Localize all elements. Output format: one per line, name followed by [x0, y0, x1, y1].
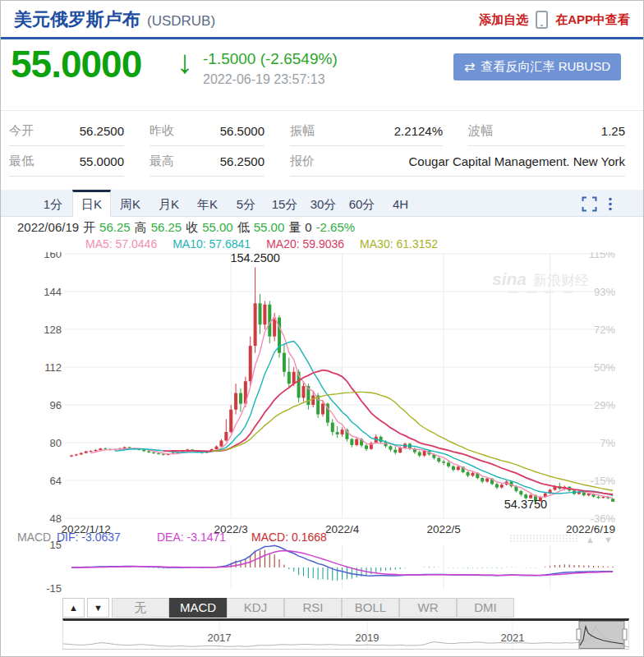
symbol-code: (USDRUB)	[147, 13, 215, 30]
stat-振幅: 振幅2.2124%	[290, 116, 443, 146]
macd-tick: -15	[46, 582, 62, 595]
period-tab-日K[interactable]: 日K	[72, 190, 111, 217]
ma-value: MA5: 57.0446	[85, 237, 157, 250]
stat-label: 报价	[290, 154, 315, 169]
trough-annotation: 54.3750	[504, 498, 547, 511]
navigator-right-handle[interactable]	[623, 629, 627, 640]
ohlc-part: 2022/06/19	[17, 220, 79, 234]
indicator-tab-DMI[interactable]: DMI	[457, 598, 514, 618]
stat-label: 最低	[9, 154, 34, 169]
ohlc-part: 55.00	[202, 220, 233, 234]
down-arrow-icon: ↓	[177, 45, 193, 78]
macd-scroll-up-icon[interactable]: ▲	[586, 535, 595, 544]
indicator-tab-BOLL[interactable]: BOLL	[342, 598, 399, 618]
current-price: 55.0000	[11, 42, 141, 86]
menu-dots-icon[interactable]	[607, 196, 614, 212]
candlestick-chart[interactable]: 160115%14493%12872%11250%9629%807%64-15%…	[1, 252, 644, 536]
navigator-year-label: 2021	[501, 632, 525, 644]
quote-timestamp: 2022-06-19 23:57:13	[203, 72, 325, 87]
stat-value: Cougar Capital Management. New York	[409, 154, 625, 168]
navigator-window[interactable]	[577, 622, 627, 649]
pct-axis-tick: 50%	[594, 361, 615, 374]
stat-label: 最高	[150, 154, 174, 169]
ohlc-part: 55.00	[254, 220, 285, 234]
pct-axis-tick: -15%	[591, 475, 616, 487]
ohlc-info-line: 2022/06/19开56.25高56.25收55.00低55.00量0-2.6…	[17, 220, 359, 236]
watermark-text: 新浪财经	[533, 273, 589, 288]
navigator-series-line	[63, 627, 628, 647]
period-tab-60分[interactable]: 60分	[343, 191, 381, 218]
ohlc-part: 56.25	[151, 220, 182, 234]
ohlc-part: 低	[237, 220, 250, 234]
stat-value: 55.0000	[80, 154, 124, 168]
header-links: 添加自选 在APP中查看	[479, 11, 630, 29]
navigator-left-handle[interactable]	[577, 629, 581, 640]
period-tab-年K[interactable]: 年K	[188, 191, 227, 218]
reverse-rate-label: 查看反向汇率 RUBUSD	[481, 59, 610, 75]
ma-info-line: MA5: 57.0446MA10: 57.6841MA20: 59.9036MA…	[85, 237, 453, 250]
stat-最高: 最高56.2500	[150, 146, 264, 177]
period-tab-周K[interactable]: 周K	[111, 191, 150, 218]
indicator-tab-KDJ[interactable]: KDJ	[227, 598, 284, 618]
y-axis-tick: 128	[44, 324, 62, 336]
period-tab-1分[interactable]: 1分	[34, 191, 72, 218]
period-tab-4H[interactable]: 4H	[381, 191, 420, 218]
stat-label: 今开	[9, 123, 34, 139]
quote-page: 美元俄罗斯卢布 (USDRUB) 添加自选 在APP中查看 55.0000 ↓ …	[0, 0, 644, 657]
navigator-year-label: 2019	[356, 632, 380, 644]
navigator-year-label: 2017	[208, 632, 232, 644]
ohlc-part: 量	[288, 220, 301, 234]
y-axis-tick: 64	[50, 475, 62, 487]
page-title: 美元俄罗斯卢布	[14, 7, 140, 32]
ohlc-part: 56.25	[99, 220, 131, 234]
reverse-rate-button[interactable]: ⇄ 查看反向汇率 RUBUSD	[453, 53, 621, 80]
stat-报价: 报价Cougar Capital Management. New York	[290, 146, 625, 177]
ma-value: MA30: 61.3152	[360, 237, 438, 250]
stat-label: 振幅	[290, 123, 315, 139]
stat-最低: 最低55.0000	[9, 146, 124, 177]
timeline-navigator[interactable]: 201720192021	[62, 618, 629, 650]
period-tab-bar: 1分日K周K月K年K5分15分30分60分4H	[1, 190, 644, 217]
indicator-tab-无[interactable]: 无	[112, 598, 169, 618]
add-watchlist-link[interactable]: 添加自选	[479, 12, 528, 28]
sina-watermark: sina	[492, 269, 527, 288]
ohlc-part: 开	[83, 220, 95, 234]
indicator-scroll-down-button[interactable]: ▼	[87, 598, 109, 618]
macd-header-value: DEA: -3.1471	[157, 531, 226, 544]
macd-panel: MACDDIF: -3.0637DEA: -3.1471MACD: 0.1668…	[1, 531, 644, 598]
macd-scroll-down-icon[interactable]: ▼	[604, 535, 613, 544]
indicator-tab-WR[interactable]: WR	[399, 598, 457, 618]
pct-axis-tick: 72%	[594, 324, 615, 336]
pct-axis-tick: 93%	[594, 286, 615, 298]
view-in-app-link[interactable]: 在APP中查看	[555, 12, 630, 28]
navigator-chart[interactable]: 201720192021	[63, 621, 628, 649]
pct-axis-tick: 115%	[589, 252, 616, 260]
stat-value: 56.5000	[220, 124, 264, 138]
section-divider	[1, 110, 644, 111]
swap-icon: ⇄	[464, 59, 475, 75]
stat-value: 1.25	[601, 124, 625, 138]
MA30-line	[212, 392, 613, 490]
ohlc-part: 高	[135, 220, 147, 234]
header-divider	[1, 37, 644, 39]
period-tab-月K[interactable]: 月K	[150, 191, 188, 218]
period-tab-15分[interactable]: 15分	[265, 191, 304, 218]
indicator-tab-row: ▲▼无MACDKDJRSIBOLLWRDMI	[1, 598, 644, 618]
y-axis-tick: 96	[50, 399, 62, 411]
fullscreen-icon[interactable]	[582, 196, 597, 212]
period-tab-30分[interactable]: 30分	[304, 191, 343, 218]
ohlc-part: 收	[186, 220, 198, 234]
stat-value: 56.2500	[220, 154, 264, 168]
ma-value: MA20: 59.9036	[266, 237, 344, 250]
macd-header-value: DIF: -3.0637	[57, 531, 121, 544]
stat-昨收: 昨收56.5000	[150, 116, 264, 146]
stat-value: 56.2500	[80, 124, 124, 138]
pct-axis-tick: 29%	[594, 399, 615, 411]
period-tab-5分[interactable]: 5分	[227, 191, 265, 218]
indicator-scroll-up-button[interactable]: ▲	[62, 598, 85, 618]
macd-title: MACD	[17, 531, 51, 544]
macd-tick: 15	[50, 539, 62, 551]
ohlc-part: 0	[305, 220, 311, 234]
indicator-tab-RSI[interactable]: RSI	[284, 598, 342, 618]
indicator-tab-MACD[interactable]: MACD	[169, 598, 227, 618]
